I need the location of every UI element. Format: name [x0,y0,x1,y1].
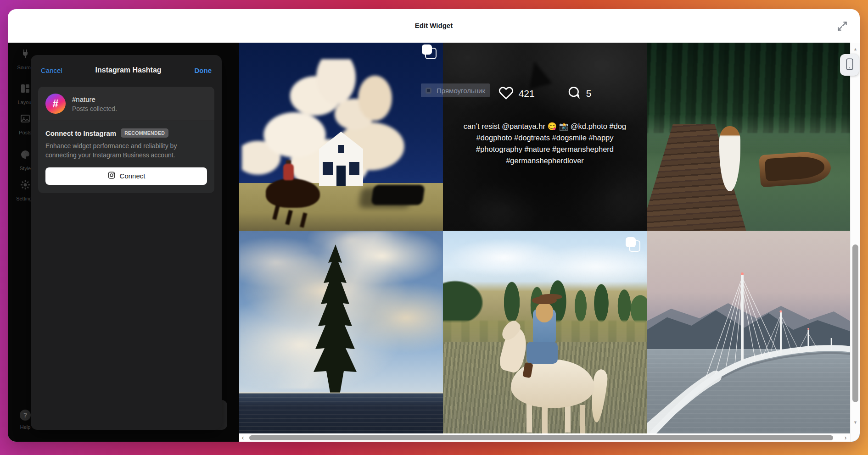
hashtag-gradient-icon: # [45,94,66,114]
modal-body: Source Layout Posts [8,43,860,442]
vertical-scrollbar[interactable]: ▲ ▼ [850,43,860,442]
art-horse-legs [526,404,532,433]
carousel-icon [626,237,639,251]
art-water [239,393,443,433]
done-button[interactable]: Done [195,67,212,74]
expand-icon [836,20,848,33]
art-rider [533,309,556,344]
hashtag-texts: #nature Posts collected. [72,95,117,112]
hashtag-name: #nature [72,95,117,103]
horizontal-scrollbar[interactable]: ‹ › [239,433,850,442]
scroll-up-arrow[interactable]: ▲ [851,47,860,51]
sidebar-item-label: Style [20,166,31,171]
snip-tooltip-label: Прямоугольник [437,87,485,94]
post-tile-dock-lake[interactable] [647,43,850,231]
connect-button[interactable]: Connect [45,167,207,185]
carousel-icon [422,44,436,58]
horizontal-scroll-thumb[interactable] [249,435,833,440]
panel-header: Cancel Instagram Hashtag Done [31,55,222,74]
likes-count: 421 [519,88,535,99]
help-icon: ? [20,410,31,421]
modal-header: Edit Widget [8,9,860,43]
hashtag-source-row[interactable]: # #nature Posts collected. [38,87,214,121]
scroll-right-arrow[interactable]: › [842,433,849,442]
post-caption: can’t resist @pantaya.hr 😋 📸 @kd.photo #… [461,121,629,166]
comments-count: 5 [586,88,592,99]
post-tile-bridge[interactable] [647,231,850,433]
panel-card: # #nature Posts collected. Connect to In… [38,87,214,193]
scroll-left-arrow[interactable]: ‹ [239,433,246,442]
art-bridge [647,231,850,433]
edit-widget-modal: Edit Widget Source [8,9,860,442]
panel-title: Instagram Hashtag [95,66,162,74]
comment-icon [567,85,581,101]
vertical-scroll-thumb[interactable] [852,244,858,402]
heart-icon [498,85,514,102]
connect-button-label: Connect [120,172,146,180]
art-horse-group [503,304,608,433]
mobile-preview-button[interactable] [840,54,859,76]
cancel-button[interactable]: Cancel [41,67,62,74]
connect-section: Connect to Instagram RECOMMENDED Enhance… [38,121,214,193]
gear-icon [20,179,31,192]
art-boat [759,150,832,188]
connect-description: Enhance widget performance and reliabili… [45,142,207,160]
connect-title: Connect to Instagram [45,129,116,137]
art-dock [647,124,761,231]
post-tile-dog-hovered[interactable]: 421 5 can’t resist @pantaya.hr 😋 📸 @kd.p… [443,43,647,231]
feed-grid: 421 5 can’t resist @pantaya.hr 😋 📸 @kd.p… [239,43,850,433]
hashtag-status: Posts collected. [72,105,117,112]
art-pine-tree [308,244,363,403]
layout-icon [20,83,31,96]
post-tile-sunset-pine[interactable] [239,231,443,433]
image-icon [20,113,31,126]
plug-icon [20,48,31,61]
sidebar-item-label: Help [20,424,31,430]
art-rider-leg [526,342,558,364]
instagram-icon [107,171,116,181]
instagram-hashtag-panel: Cancel Instagram Hashtag Done # #nature … [31,55,222,430]
comments-stat: 5 [567,85,592,102]
sidebar-item-label: Posts [19,130,32,135]
post-tile-cloud-house[interactable] [239,43,443,231]
recommended-badge: RECOMMENDED [121,128,168,138]
likes-stat: 421 [498,85,535,102]
expand-button[interactable] [834,18,851,35]
modal-title: Edit Widget [8,22,860,29]
screen-background: Edit Widget Source [0,0,868,455]
palette-icon [20,149,31,162]
connect-title-row: Connect to Instagram RECOMMENDED [45,128,207,138]
art-horse-body [511,359,594,408]
art-dark-object [371,185,425,205]
snip-tool-tooltip: Прямоугольник [421,83,490,97]
shape-swatch-icon [426,88,431,94]
post-tile-horse-rider[interactable] [443,231,647,433]
scroll-down-arrow[interactable]: ▼ [851,420,860,425]
smartphone-icon [845,58,854,72]
